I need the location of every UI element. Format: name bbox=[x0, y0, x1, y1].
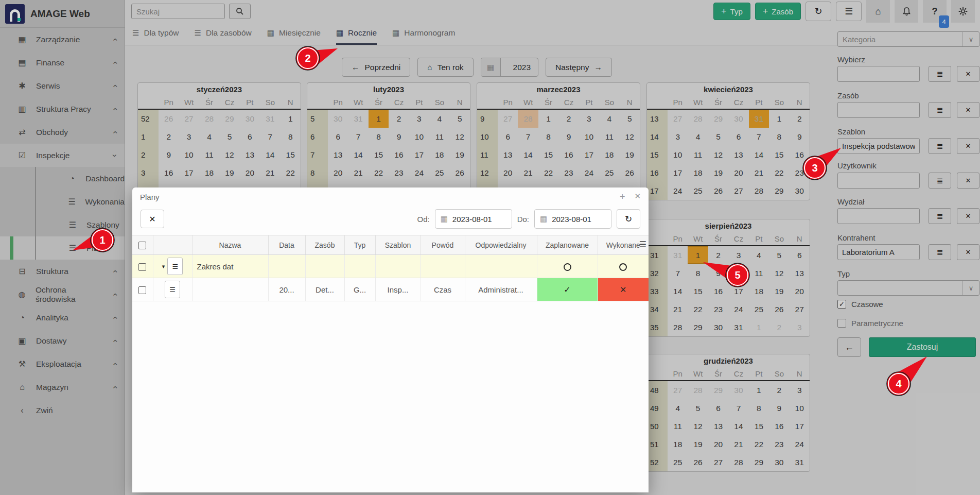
menu-button[interactable]: ☰ bbox=[836, 2, 862, 21]
day-cell[interactable]: 14 bbox=[668, 282, 688, 300]
day-cell[interactable]: 7 bbox=[260, 128, 280, 146]
kategoria-select[interactable]: Kategoria ∨ bbox=[837, 31, 979, 47]
day-cell[interactable]: 19 bbox=[688, 435, 708, 453]
day-cell[interactable]: 6 bbox=[498, 128, 518, 146]
day-cell[interactable]: 9 bbox=[708, 264, 728, 282]
day-cell[interactable]: 27 bbox=[498, 110, 518, 128]
modal-close-icon[interactable]: ✕ bbox=[634, 192, 641, 202]
day-cell[interactable]: 30 bbox=[790, 182, 810, 200]
day-cell[interactable]: 15 bbox=[688, 282, 708, 300]
zasob-input[interactable] bbox=[837, 102, 920, 118]
typ-select[interactable]: ∨ bbox=[837, 280, 979, 296]
day-cell[interactable]: 5 bbox=[688, 399, 708, 417]
day-cell[interactable]: 26 bbox=[620, 164, 640, 182]
day-cell[interactable]: 22 bbox=[769, 164, 789, 182]
day-cell[interactable]: 5 bbox=[620, 110, 640, 128]
day-cell[interactable]: 13 bbox=[708, 417, 728, 435]
day-cell[interactable]: 10 bbox=[179, 146, 199, 164]
day-cell[interactable]: 13 bbox=[498, 146, 518, 164]
sidebar-item-struktura[interactable]: ⊟ Struktura › bbox=[0, 260, 125, 283]
tab-dla-typow[interactable]: ☰ Dla typów bbox=[132, 23, 179, 45]
day-cell[interactable]: 8 bbox=[769, 128, 789, 146]
wybierz-input[interactable] bbox=[837, 66, 920, 82]
modal-expand-icon[interactable]: + bbox=[620, 192, 625, 202]
day-cell[interactable]: 13 bbox=[790, 264, 810, 282]
day-cell[interactable]: 5 bbox=[769, 246, 789, 264]
current-year-button[interactable]: ⌂ Ten rok bbox=[417, 58, 473, 77]
kontrahent-pick-button[interactable]: ≣ bbox=[929, 244, 951, 260]
day-cell[interactable]: 3 bbox=[668, 128, 688, 146]
day-cell[interactable]: 2 bbox=[159, 128, 179, 146]
sidebar-item-plany[interactable]: ☰ Plany bbox=[0, 236, 125, 260]
day-cell[interactable]: 12 bbox=[620, 128, 640, 146]
day-cell[interactable]: 14 bbox=[728, 417, 748, 435]
day-cell[interactable]: 29 bbox=[688, 318, 708, 336]
day-cell[interactable]: 19 bbox=[620, 146, 640, 164]
day-cell[interactable]: 31 bbox=[749, 110, 769, 128]
day-cell[interactable]: 7 bbox=[518, 128, 538, 146]
day-cell[interactable]: 21 bbox=[728, 435, 748, 453]
day-cell[interactable]: 10 bbox=[728, 264, 748, 282]
day-cell[interactable]: 27 bbox=[179, 110, 199, 128]
day-cell[interactable]: 29 bbox=[219, 110, 239, 128]
select-all-checkbox[interactable] bbox=[138, 242, 146, 249]
day-cell[interactable]: 28 bbox=[688, 381, 708, 399]
day-cell[interactable]: 16 bbox=[159, 164, 179, 182]
add-zasob-button[interactable]: + Zasób bbox=[755, 3, 801, 20]
day-cell[interactable]: 17 bbox=[668, 164, 688, 182]
day-cell[interactable]: 17 bbox=[409, 146, 429, 164]
year-picker[interactable]: ▦ 2023 bbox=[481, 58, 538, 77]
day-cell[interactable]: 9 bbox=[558, 128, 579, 146]
day-cell[interactable]: 31 bbox=[668, 246, 688, 264]
uzytkownik-pick-button[interactable]: ≣ bbox=[929, 173, 951, 189]
row-menu-button[interactable]: ☰ bbox=[167, 258, 183, 275]
day-cell[interactable]: 15 bbox=[749, 417, 769, 435]
day-cell[interactable]: 1 bbox=[538, 110, 558, 128]
row-checkbox[interactable] bbox=[138, 286, 146, 294]
day-cell[interactable]: 2 bbox=[558, 110, 579, 128]
day-cell[interactable]: 26 bbox=[769, 300, 789, 318]
wydzial-input[interactable] bbox=[837, 208, 920, 224]
day-cell[interactable]: 9 bbox=[769, 399, 789, 417]
collapse-caret-icon[interactable]: ▾ bbox=[162, 263, 165, 269]
day-cell[interactable]: 1 bbox=[749, 318, 769, 336]
previous-year-button[interactable]: ← Poprzedni bbox=[342, 58, 410, 77]
settings-button[interactable] bbox=[951, 0, 975, 23]
day-cell[interactable]: 25 bbox=[749, 300, 769, 318]
day-cell[interactable]: 4 bbox=[429, 110, 449, 128]
day-cell[interactable]: 2 bbox=[790, 110, 810, 128]
day-cell[interactable]: 8 bbox=[688, 264, 708, 282]
day-cell[interactable]: 11 bbox=[668, 417, 688, 435]
tab-miesiecznie[interactable]: ▦ Miesięcznie bbox=[267, 23, 321, 45]
day-cell[interactable]: 23 bbox=[558, 164, 579, 182]
day-cell[interactable]: 2 bbox=[769, 381, 789, 399]
day-cell[interactable]: 12 bbox=[450, 128, 470, 146]
day-cell[interactable]: 16 bbox=[389, 146, 409, 164]
search-button[interactable] bbox=[229, 4, 251, 19]
clear-filter-button[interactable]: ✕ bbox=[141, 210, 164, 228]
day-cell[interactable]: 20 bbox=[498, 164, 518, 182]
day-cell[interactable]: 10 bbox=[579, 128, 599, 146]
col-powod[interactable]: Powód bbox=[421, 235, 465, 255]
uzytkownik-clear-button[interactable]: ✕ bbox=[957, 173, 979, 189]
day-cell[interactable]: 28 bbox=[199, 110, 219, 128]
day-cell[interactable]: 14 bbox=[518, 146, 538, 164]
row-checkbox[interactable] bbox=[138, 263, 146, 271]
day-cell[interactable]: 22 bbox=[749, 435, 769, 453]
table-row[interactable]: ▾☰ Zakres dat bbox=[132, 255, 649, 278]
day-cell[interactable]: 3 bbox=[790, 381, 810, 399]
day-cell[interactable]: 18 bbox=[668, 435, 688, 453]
day-cell[interactable]: 20 bbox=[240, 164, 260, 182]
wybierz-pick-button[interactable]: ≣ bbox=[929, 66, 951, 82]
col-zasob[interactable]: Zasób bbox=[305, 235, 344, 255]
col-szablon[interactable]: Szablon bbox=[375, 235, 421, 255]
day-cell[interactable]: 14 bbox=[348, 146, 368, 164]
day-cell[interactable]: 25 bbox=[688, 182, 708, 200]
sidebar-item-zarzadzanie[interactable]: ▦ Zarządzanie › bbox=[0, 28, 125, 51]
day-cell[interactable]: 30 bbox=[728, 381, 748, 399]
day-cell[interactable]: 3 bbox=[728, 246, 748, 264]
day-cell[interactable]: 27 bbox=[728, 182, 748, 200]
day-cell[interactable]: 25 bbox=[599, 164, 619, 182]
day-cell[interactable]: 18 bbox=[429, 146, 449, 164]
day-cell[interactable]: 10 bbox=[668, 146, 688, 164]
